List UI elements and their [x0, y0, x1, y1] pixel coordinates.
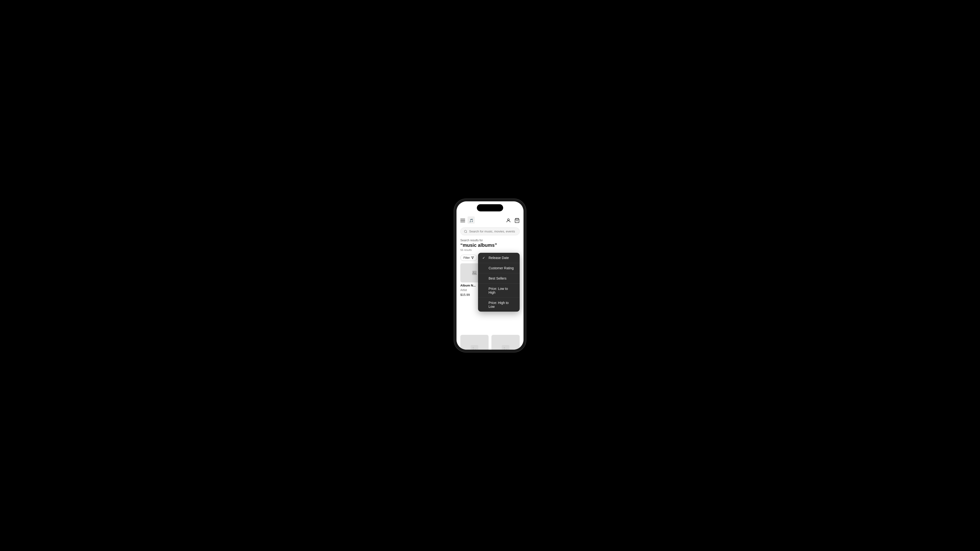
- menu-button[interactable]: [460, 219, 465, 222]
- phone-screen: 🎵: [457, 202, 523, 349]
- svg-point-11: [473, 272, 474, 272]
- sort-option-label: Price: High to Low: [488, 301, 515, 308]
- app-header: 🎵: [457, 214, 523, 226]
- sort-option-release-date[interactable]: ✓ Release Date: [478, 253, 520, 263]
- svg-marker-6: [471, 257, 474, 259]
- results-title: “music albums”: [460, 243, 520, 248]
- screen-content: 🎵: [457, 202, 523, 349]
- svg-point-13: [473, 347, 474, 348]
- svg-point-15: [504, 347, 505, 348]
- search-input[interactable]: [469, 230, 516, 233]
- filter-button[interactable]: Filter: [460, 255, 477, 261]
- dynamic-island: [477, 204, 503, 211]
- account-button[interactable]: [506, 218, 511, 223]
- sort-option-best-sellers[interactable]: ✓ Best Sellers: [478, 273, 520, 284]
- sort-dropdown: ✓ Release Date ✓ Customer Rating ✓ Best …: [478, 253, 520, 311]
- cart-button[interactable]: [514, 218, 520, 223]
- sort-option-label: Customer Rating: [488, 266, 514, 270]
- search-bar[interactable]: [460, 227, 520, 235]
- svg-text:🎵: 🎵: [469, 219, 474, 223]
- filter-label: Filter: [463, 256, 470, 259]
- product-card-1: Album Name Artist $15.99: [460, 335, 488, 349]
- svg-rect-14: [502, 345, 509, 349]
- phone-frame: 🎵: [454, 199, 526, 352]
- search-icon: [464, 230, 467, 233]
- sort-option-label: Best Sellers: [488, 276, 506, 280]
- svg-rect-10: [472, 271, 477, 275]
- sort-option-label: Release Date: [488, 256, 509, 260]
- logo-icon: 🎵: [468, 216, 475, 225]
- header-right: [506, 218, 520, 223]
- product-image-2: [492, 335, 520, 349]
- svg-point-4: [465, 230, 466, 232]
- results-count: 56 results: [460, 248, 520, 251]
- svg-point-2: [508, 219, 509, 221]
- product-card-2: Album Name Artist $15.99: [492, 335, 520, 349]
- results-label: Search results for: [460, 239, 520, 242]
- sort-option-price-high-low[interactable]: ✓ Price: High to Low: [478, 298, 520, 311]
- results-header: Search results for “music albums” 56 res…: [457, 238, 523, 253]
- product-grid: Album Name Artist $15.99 Album Name Arti…: [457, 335, 523, 349]
- check-icon: ✓: [482, 256, 486, 260]
- svg-line-5: [466, 232, 467, 233]
- svg-rect-12: [471, 345, 478, 349]
- sort-option-label: Price: Low to High: [488, 287, 515, 294]
- filter-icon: [471, 256, 474, 259]
- sort-option-price-low-high[interactable]: ✓ Price: Low to High: [478, 284, 520, 298]
- product-image-1: [460, 335, 488, 349]
- header-left: 🎵: [460, 216, 475, 225]
- sort-option-customer-rating[interactable]: ✓ Customer Rating: [478, 263, 520, 273]
